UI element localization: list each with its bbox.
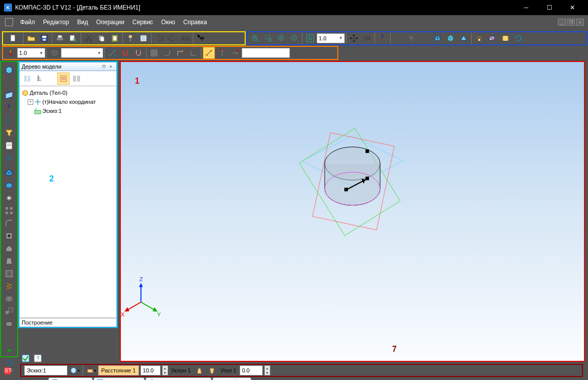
zoom-window-button[interactable]	[262, 32, 274, 44]
mdi-restore-button[interactable]: ❐	[567, 19, 575, 26]
undo-button[interactable]	[153, 32, 165, 44]
maximize-button[interactable]: ☐	[538, 0, 561, 15]
tree-footer[interactable]: Построение	[19, 318, 117, 327]
tree-body[interactable]: Деталь (Тел-0) + (т)Начало координат Эск…	[19, 86, 117, 318]
orientation-button[interactable]	[377, 32, 389, 44]
apply-icon[interactable]	[4, 344, 17, 356]
section-button[interactable]	[486, 32, 498, 44]
menu-view[interactable]: Вид	[73, 17, 92, 28]
ortho-button[interactable]	[174, 47, 186, 59]
tree-view2-button[interactable]	[34, 73, 46, 85]
sketch-button[interactable]	[106, 47, 118, 59]
mdi-minimize-button[interactable]: _	[558, 19, 566, 26]
tree-pin-icon[interactable]: ⊓	[100, 64, 107, 70]
scale-icon[interactable]	[3, 305, 16, 318]
paste-button[interactable]	[109, 32, 121, 44]
interrupt-button[interactable]: STOP	[2, 365, 13, 376]
menu-editor[interactable]: Редактор	[39, 17, 74, 28]
variables-button[interactable]: f(x)	[179, 32, 191, 44]
shaded-edges-button[interactable]	[431, 32, 444, 44]
refresh-button[interactable]	[512, 32, 525, 44]
viewport-3d[interactable]: Z Y X	[120, 61, 585, 362]
redo-button[interactable]	[166, 32, 178, 44]
close-button[interactable]: ✕	[561, 0, 584, 15]
new-doc-button[interactable]	[5, 32, 22, 44]
fillet-icon[interactable]	[3, 217, 16, 229]
axes-icon[interactable]	[3, 102, 16, 114]
mdi-close-button[interactable]: ×	[576, 19, 584, 26]
array-icon[interactable]	[3, 205, 16, 217]
revolve-icon[interactable]	[3, 179, 16, 192]
angle-input[interactable]: 0.0	[240, 365, 263, 375]
hidden-thin-button[interactable]	[405, 32, 417, 44]
slope-in-icon[interactable]	[206, 365, 217, 376]
angle-spinner[interactable]: ▲▼	[264, 365, 270, 375]
menu-file[interactable]: Файл	[16, 17, 39, 28]
auto-axes-button[interactable]	[203, 47, 215, 59]
tab-thin-wall[interactable]: Тонкая стенка	[94, 377, 144, 380]
minimize-button[interactable]: ─	[514, 0, 538, 15]
properties-button[interactable]	[137, 32, 150, 44]
tree-origin-row[interactable]: + (т)Начало координат	[21, 97, 115, 106]
local-cs-button[interactable]	[187, 47, 199, 59]
cut-extrude-icon[interactable]	[3, 192, 16, 204]
snap-toggle-button[interactable]	[132, 47, 144, 59]
menu-service[interactable]: Сервис	[128, 17, 157, 28]
zoom-dynamic-button[interactable]: +	[249, 32, 261, 44]
reports-icon[interactable]	[3, 152, 16, 164]
round-button[interactable]	[161, 47, 173, 59]
sketch-dd-icon[interactable]: ▾	[69, 365, 80, 376]
coords-y-button[interactable]: Y	[216, 47, 228, 59]
draft-icon[interactable]	[3, 255, 16, 267]
home-icon[interactable]	[5, 18, 13, 26]
curve-icon[interactable]	[3, 77, 16, 89]
sheet-icon[interactable]	[3, 318, 16, 330]
tree-view3-button[interactable]	[57, 73, 69, 85]
menu-help[interactable]: Справка	[179, 17, 211, 28]
hole-icon[interactable]	[3, 230, 16, 242]
stop-button[interactable]	[5, 47, 17, 59]
format-brush-button[interactable]	[124, 32, 136, 44]
context-help-button[interactable]: ?	[195, 32, 207, 44]
snap-button[interactable]	[119, 47, 131, 59]
menu-window[interactable]: Окно	[157, 17, 179, 28]
distance-spinner[interactable]: ▲▼	[162, 365, 168, 375]
layer-name-select[interactable]: ▼	[61, 48, 103, 58]
edit-sketch-icon[interactable]	[3, 64, 16, 76]
tab-parameters[interactable]: Параметры	[48, 377, 93, 380]
zoom-in-button[interactable]	[275, 32, 287, 44]
surfaces-icon[interactable]	[3, 89, 16, 101]
print-button[interactable]	[54, 32, 66, 44]
preview-button[interactable]	[67, 32, 79, 44]
sketch-name-field[interactable]: Эскиз:1	[24, 365, 67, 375]
spec-icon[interactable]	[3, 140, 16, 152]
shell-icon[interactable]	[3, 268, 16, 280]
tree-root-row[interactable]: Деталь (Тел-0)	[21, 88, 115, 97]
layer-states-button[interactable]	[48, 47, 60, 59]
menu-operations[interactable]: Операции	[92, 17, 128, 28]
wireframe-button[interactable]	[392, 32, 404, 44]
measure-icon[interactable]	[3, 114, 16, 126]
copy-button[interactable]	[96, 32, 108, 44]
direction-icon[interactable]: ▾	[86, 365, 97, 376]
tree-close-icon[interactable]: ×	[107, 64, 114, 70]
cut-button[interactable]	[83, 32, 95, 44]
hidden-removed-button[interactable]	[418, 32, 430, 44]
thread-icon[interactable]	[3, 280, 16, 292]
rotate-button[interactable]	[361, 32, 373, 44]
zoom-fit-button[interactable]	[304, 32, 316, 44]
coords-x-button[interactable]: X	[229, 47, 241, 59]
grid-button[interactable]	[148, 47, 160, 59]
tree-view1-button[interactable]	[21, 73, 33, 85]
slope-out-icon[interactable]	[194, 365, 205, 376]
shaded-button[interactable]	[445, 32, 457, 44]
open-button[interactable]	[25, 32, 37, 44]
zoom-scale-select[interactable]: 1.0▼	[317, 33, 345, 43]
perspective-button[interactable]	[458, 32, 470, 44]
tab-result[interactable]: Результат операции	[145, 377, 211, 380]
boolean-icon[interactable]	[3, 293, 16, 305]
tab-props[interactable]: Свойства	[212, 377, 251, 380]
expand-icon[interactable]: +	[28, 99, 33, 105]
coord-input[interactable]	[242, 48, 290, 58]
tree-view4-button[interactable]	[70, 73, 83, 85]
